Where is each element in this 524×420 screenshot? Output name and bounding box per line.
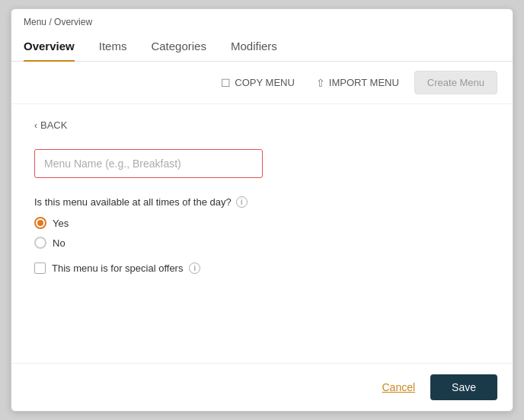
back-link[interactable]: ‹ BACK	[34, 119, 490, 131]
breadcrumb-root: Menu	[24, 17, 46, 27]
radio-yes-circle	[34, 217, 46, 229]
tab-items[interactable]: Items	[99, 32, 127, 62]
toolbar: ☐ COPY MENU ⇧ IMPORT MENU Create Menu	[11, 62, 513, 104]
menu-name-input[interactable]	[34, 149, 263, 178]
breadcrumb-separator: /	[49, 17, 51, 27]
footer: Cancel Save	[11, 363, 513, 411]
copy-menu-label: COPY MENU	[235, 77, 295, 88]
special-offers-label: This menu is for special offers	[52, 262, 183, 274]
create-menu-button[interactable]: Create Menu	[414, 71, 497, 94]
save-button[interactable]: Save	[430, 374, 497, 400]
availability-question-text: Is this menu available at all times of t…	[34, 196, 232, 208]
radio-group-availability: Yes No	[34, 217, 490, 249]
tab-modifiers[interactable]: Modifiers	[231, 32, 277, 62]
tab-bar: Overview Items Categories Modifiers	[11, 32, 513, 62]
import-menu-label: IMPORT MENU	[329, 77, 399, 88]
copy-icon: ☐	[221, 77, 231, 89]
upload-icon: ⇧	[316, 77, 325, 89]
tab-categories[interactable]: Categories	[151, 32, 206, 62]
radio-no-option[interactable]: No	[34, 237, 490, 249]
content-area: ‹ BACK Is this menu available at all tim…	[11, 104, 513, 363]
back-label: BACK	[40, 119, 67, 131]
chevron-left-icon: ‹	[34, 120, 37, 131]
radio-no-circle	[34, 237, 46, 249]
radio-yes-label: Yes	[53, 218, 69, 229]
breadcrumb-current: Overview	[54, 17, 92, 27]
radio-yes-option[interactable]: Yes	[34, 217, 490, 229]
special-offers-checkbox	[34, 262, 46, 274]
radio-no-label: No	[53, 237, 66, 249]
special-offers-checkbox-row[interactable]: This menu is for special offers i	[34, 262, 490, 274]
breadcrumb: Menu / Overview	[11, 9, 513, 32]
cancel-button[interactable]: Cancel	[382, 381, 415, 393]
tab-overview[interactable]: Overview	[24, 32, 75, 62]
availability-label: Is this menu available at all times of t…	[34, 196, 490, 208]
import-menu-button[interactable]: ⇧ IMPORT MENU	[310, 73, 405, 93]
availability-info-icon[interactable]: i	[236, 196, 248, 208]
special-offers-info-icon[interactable]: i	[189, 262, 200, 274]
copy-menu-button[interactable]: ☐ COPY MENU	[215, 73, 301, 93]
